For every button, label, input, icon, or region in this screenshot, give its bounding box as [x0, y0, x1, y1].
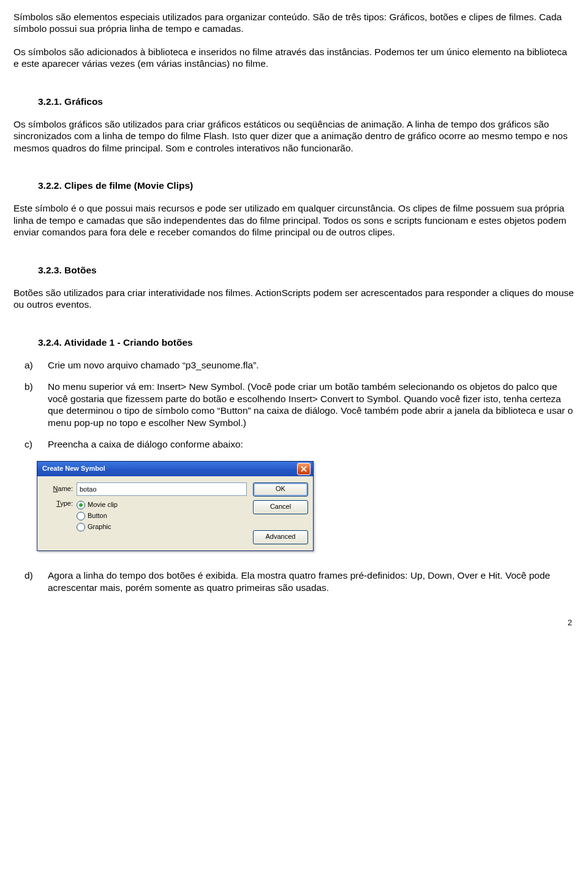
- step-a: a) Crie um novo arquivo chamado “p3_seun…: [13, 359, 575, 371]
- radio-graphic[interactable]: Graphic: [77, 523, 118, 531]
- advanced-button[interactable]: Advanced: [253, 530, 308, 544]
- intro-paragraph-1: Símbolos são elementos especiais utiliza…: [13, 11, 575, 35]
- ok-button[interactable]: OK: [253, 482, 308, 497]
- dialog-titlebar[interactable]: Create New Symbol: [37, 462, 313, 476]
- radio-label: Movie clip: [88, 501, 118, 509]
- close-icon: [301, 466, 307, 472]
- radio-movie-clip[interactable]: Movie clip: [77, 501, 118, 509]
- cancel-button[interactable]: Cancel: [253, 500, 308, 514]
- section-body-botoes: Botões são utilizados para criar interat…: [13, 287, 575, 311]
- step-d: d) Agora a linha do tempo dos botões é e…: [13, 569, 575, 593]
- radio-label: Button: [88, 512, 107, 520]
- section-heading-atividade: 3.2.4. Atividade 1 - Criando botões: [38, 337, 575, 348]
- section-body-graficos: Os símbolos gráficos são utilizados para…: [13, 118, 575, 154]
- step-marker: b): [13, 381, 48, 428]
- radio-icon: [77, 512, 85, 520]
- radio-button[interactable]: Button: [77, 512, 118, 520]
- step-marker: d): [13, 569, 48, 593]
- step-c: c) Preencha a caixa de diálogo conforme …: [13, 438, 575, 450]
- radio-icon: [77, 501, 85, 509]
- step-text: Agora a linha do tempo dos botões é exib…: [48, 569, 575, 593]
- page-number: 2: [13, 618, 575, 628]
- radio-icon: [77, 523, 85, 531]
- section-heading-graficos: 3.2.1. Gráficos: [38, 96, 575, 107]
- name-input[interactable]: [77, 482, 247, 496]
- section-heading-movieclips: 3.2.2. Clipes de filme (Movie Clips): [38, 180, 575, 191]
- step-marker: a): [13, 359, 48, 371]
- intro-paragraph-2: Os símbolos são adicionados à biblioteca…: [13, 46, 575, 70]
- step-text: Preencha a caixa de diálogo conforme aba…: [48, 438, 575, 450]
- radio-label: Graphic: [88, 523, 111, 531]
- step-marker: c): [13, 438, 48, 450]
- create-new-symbol-dialog: Create New Symbol Name: Type:: [37, 461, 314, 551]
- section-heading-botoes: 3.2.3. Botões: [38, 264, 575, 276]
- step-text: Crie um novo arquivo chamado “p3_seunome…: [48, 359, 575, 371]
- type-label: Type:: [43, 500, 77, 508]
- step-b: b) No menu superior vá em: Insert> New S…: [13, 381, 575, 428]
- name-label: Name:: [43, 485, 77, 493]
- dialog-title: Create New Symbol: [42, 465, 105, 473]
- close-button[interactable]: [297, 463, 311, 475]
- step-text: No menu superior vá em: Insert> New Symb…: [48, 381, 575, 428]
- section-body-movieclips: Este símbolo é o que possui mais recurso…: [13, 202, 575, 238]
